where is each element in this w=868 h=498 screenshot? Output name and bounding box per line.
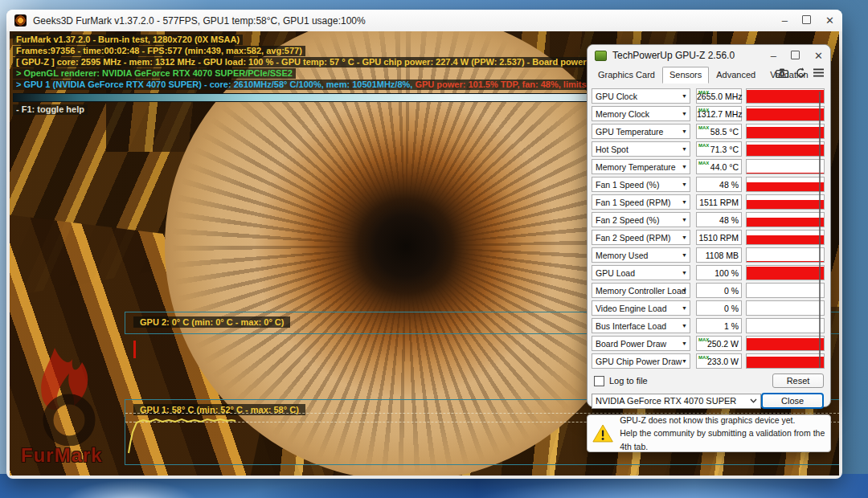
sensor-graph-bar[interactable]: [746, 212, 825, 227]
sensor-graph-bar[interactable]: [746, 353, 825, 369]
sensor-graph-bar[interactable]: [746, 336, 825, 351]
sensor-graph-bar[interactable]: [746, 283, 825, 298]
dropdown-arrow-icon: ▼: [682, 305, 687, 311]
desktop: Geeks3D FurMark v1.37.2.0 - 577FPS, GPU1…: [0, 0, 868, 498]
max-badge: MAX: [698, 143, 709, 148]
max-badge: MAX: [698, 355, 709, 360]
sensor-value[interactable]: 1 %: [696, 318, 742, 333]
dropdown-arrow-icon: ▼: [682, 341, 687, 346]
close-icon[interactable]: ✕: [814, 51, 823, 61]
sensor-label-dropdown[interactable]: GPU Chip Power Draw▼: [592, 353, 690, 369]
sensor-value[interactable]: 0 %: [696, 300, 742, 316]
max-badge: MAX: [698, 108, 709, 112]
sensor-label-dropdown[interactable]: Memory Used▼: [592, 247, 690, 263]
sensor-value[interactable]: 71.3 °CMAX: [696, 141, 742, 157]
sensor-graph-bar[interactable]: [746, 230, 825, 245]
hud-line-version: FurMark v1.37.2.0 - Burn-in test, 1280x7…: [13, 35, 243, 45]
sensors-scrollbar[interactable]: [819, 92, 821, 368]
sensor-label-dropdown[interactable]: GPU Load▼: [592, 265, 690, 280]
tab-graphics-card[interactable]: Graphics Card: [591, 67, 662, 84]
sensor-graph-bar[interactable]: [746, 265, 825, 280]
tab-advanced[interactable]: Advanced: [709, 67, 763, 84]
sensor-label-dropdown[interactable]: Fan 2 Speed (%)▼: [592, 212, 690, 227]
furmark-app-icon: [14, 14, 27, 27]
sensor-graph-bar[interactable]: [746, 247, 825, 263]
sensor-value[interactable]: 48 %: [696, 212, 742, 227]
sensor-row: Memory Temperature▼44.0 °CMAX: [592, 159, 826, 174]
sensor-value[interactable]: 44.0 °CMAX: [696, 159, 742, 174]
gpu1-temp-graph: [127, 411, 368, 461]
sensor-value[interactable]: 2655.0 MHzMAX: [696, 88, 742, 104]
hud-help-hint: - F1: toggle help: [13, 104, 88, 115]
sensor-label-dropdown[interactable]: Bus Interface Load▼: [592, 318, 690, 333]
close-button[interactable]: Close: [761, 393, 824, 409]
sensor-graph-bar[interactable]: [746, 106, 825, 121]
minimize-icon[interactable]: –: [782, 15, 788, 26]
sensor-row: GPU Chip Power Draw▼233.0 WMAX: [592, 353, 826, 369]
furmark-flame-logo: [24, 343, 114, 446]
dropdown-arrow-icon: ▼: [682, 358, 687, 364]
device-select[interactable]: NVIDIA GeForce RTX 4070 SUPER: [592, 394, 761, 409]
tab-sensors[interactable]: Sensors: [662, 67, 709, 84]
sensor-label-dropdown[interactable]: Fan 1 Speed (%)▼: [592, 177, 690, 192]
max-badge: MAX: [698, 125, 709, 130]
sensor-label-dropdown[interactable]: GPU Temperature▼: [592, 124, 690, 139]
screenshot-camera-icon[interactable]: [776, 68, 788, 78]
sensor-label-dropdown[interactable]: Fan 1 Speed (RPM)▼: [592, 194, 690, 210]
sensor-label-dropdown[interactable]: Memory Temperature▼: [592, 159, 690, 174]
sensor-row: GPU Temperature▼58.5 °CMAX: [592, 124, 826, 139]
sensor-graph-fill: [747, 261, 824, 262]
max-badge: MAX: [698, 90, 709, 95]
gpuz-tabbar: Graphics CardSensorsAdvancedValidation: [588, 66, 830, 84]
sensor-label-dropdown[interactable]: Memory Controller Load▼: [592, 283, 690, 298]
sensor-value[interactable]: 233.0 WMAX: [696, 353, 742, 369]
close-icon[interactable]: ✕: [825, 15, 834, 26]
sensor-graph-bar[interactable]: [746, 124, 825, 139]
sensor-value[interactable]: 0 %: [696, 283, 742, 298]
sensor-label-dropdown[interactable]: Fan 2 Speed (RPM)▼: [592, 230, 690, 245]
sensor-graph-fill: [747, 267, 824, 280]
menu-hamburger-icon[interactable]: [813, 68, 824, 77]
sensor-graph-bar[interactable]: [746, 88, 825, 104]
sensor-label-dropdown[interactable]: GPU Clock▼: [592, 88, 690, 104]
sensor-graph-bar[interactable]: [746, 159, 825, 174]
sensor-value[interactable]: 1511 RPM: [696, 194, 742, 210]
sensor-graph-bar[interactable]: [746, 318, 825, 333]
sensor-graph-bar[interactable]: [746, 300, 825, 316]
furmark-titlebar[interactable]: Geeks3D FurMark v1.37.2.0 - 577FPS, GPU1…: [6, 10, 842, 31]
dropdown-arrow-icon: ▼: [682, 199, 687, 205]
refresh-icon[interactable]: [796, 67, 806, 78]
sensor-graph-fill: [747, 90, 824, 103]
max-badge: MAX: [698, 337, 709, 342]
sensor-value[interactable]: 48 %: [696, 177, 742, 192]
minimize-icon[interactable]: –: [771, 51, 776, 61]
sensor-label-dropdown[interactable]: Hot Spot▼: [592, 141, 690, 157]
log-to-file-checkbox[interactable]: [594, 376, 604, 386]
gpuz-titlebar[interactable]: TechPowerUp GPU-Z 2.56.0 – ✕: [588, 45, 830, 66]
sensor-value[interactable]: 1312.7 MHzMAX: [696, 106, 742, 121]
sensor-value[interactable]: 58.5 °CMAX: [696, 124, 742, 139]
sensor-graph-bar[interactable]: [746, 177, 825, 192]
sensor-graph-fill: [747, 357, 824, 368]
sensor-graph-bar[interactable]: [746, 141, 825, 157]
warning-line2: Help the community by submitting a valid…: [620, 427, 825, 453]
sensor-graph-fill: [747, 200, 824, 209]
sensor-value[interactable]: 1108 MB: [696, 247, 742, 263]
sensor-list: GPU Clock▼2655.0 MHzMAXMemory Clock▼1312…: [588, 84, 830, 369]
sensor-graph-fill: [747, 338, 824, 350]
sensor-graph-bar[interactable]: [746, 194, 825, 210]
maximize-icon[interactable]: [791, 51, 800, 61]
sensor-label-dropdown[interactable]: Video Engine Load▼: [592, 300, 690, 316]
sensor-value[interactable]: 250.2 WMAX: [696, 336, 742, 351]
gpuz-window: TechPowerUp GPU-Z 2.56.0 – ✕ Graphics Ca…: [587, 44, 831, 407]
sensor-label-dropdown[interactable]: Board Power Draw▼: [592, 336, 690, 351]
dropdown-arrow-icon: ▼: [682, 93, 687, 99]
maximize-icon[interactable]: [802, 15, 811, 26]
sensor-row: Hot Spot▼71.3 °CMAX: [592, 141, 826, 157]
warning-line1: GPU-Z does not know this graphics device…: [620, 414, 825, 427]
sensor-value[interactable]: 100 %: [696, 265, 742, 280]
sensor-graph-fill: [747, 145, 824, 156]
sensor-label-dropdown[interactable]: Memory Clock▼: [592, 106, 690, 121]
reset-button[interactable]: Reset: [772, 374, 824, 388]
sensor-value[interactable]: 1510 RPM: [696, 230, 742, 245]
